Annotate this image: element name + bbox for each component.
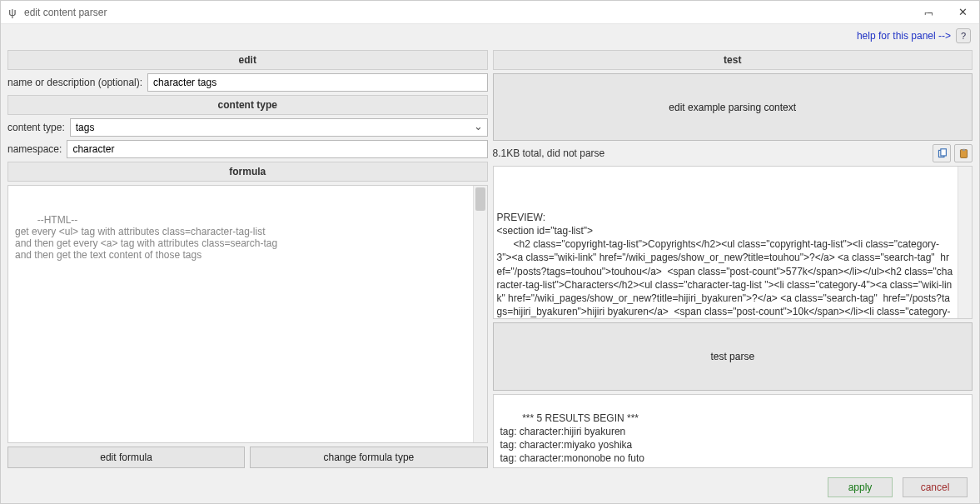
- help-icon[interactable]: ?: [956, 28, 971, 43]
- namespace-row: namespace:: [7, 140, 488, 158]
- formula-text: --HTML-- get every <ul> tag with attribu…: [15, 214, 277, 261]
- name-input[interactable]: [147, 73, 487, 92]
- edit-formula-button[interactable]: edit formula: [7, 447, 245, 468]
- window-buttons: ⌐¬ ✕: [916, 6, 974, 18]
- namespace-label: namespace:: [7, 143, 62, 155]
- content-type-select-wrap: tags: [70, 118, 488, 137]
- help-row: help for this panel --> ?: [1, 24, 979, 47]
- scrollbar-thumb[interactable]: [475, 187, 485, 211]
- edit-header: edit: [7, 50, 488, 70]
- titlebar: ψ edit content parser ⌐¬ ✕: [1, 1, 979, 24]
- right-panel: test edit example parsing context 8.1KB …: [493, 50, 973, 468]
- help-link[interactable]: help for this panel -->: [857, 30, 951, 42]
- window-title: edit content parser: [24, 7, 916, 18]
- app-icon: ψ: [6, 6, 19, 19]
- footer: apply cancel: [1, 472, 979, 503]
- apply-button[interactable]: apply: [828, 477, 893, 497]
- paste-icon[interactable]: [954, 144, 973, 162]
- content-type-row: content type: tags: [7, 118, 488, 137]
- formula-button-row: edit formula change formula type: [7, 447, 488, 468]
- preview-textarea[interactable]: PREVIEW: <section id="tag-list"> <h2 cla…: [493, 166, 973, 319]
- test-parse-button[interactable]: test parse: [493, 322, 973, 390]
- change-formula-type-button[interactable]: change formula type: [250, 447, 487, 468]
- results-text: *** 5 RESULTS BEGIN *** tag: character:h…: [500, 412, 661, 468]
- content-type-label: content type:: [7, 122, 65, 133]
- formula-header: formula: [7, 162, 488, 182]
- window: ψ edit content parser ⌐¬ ✕ help for this…: [0, 0, 980, 504]
- svg-rect-1: [940, 149, 946, 156]
- test-header: test: [493, 50, 973, 70]
- status-row: 8.1KB total, did not parse: [493, 144, 973, 162]
- content-type-select[interactable]: tags: [70, 118, 488, 137]
- results-textarea[interactable]: *** 5 RESULTS BEGIN *** tag: character:h…: [493, 394, 973, 468]
- cancel-button[interactable]: cancel: [903, 477, 968, 497]
- preview-text: PREVIEW: <section id="tag-list"> <h2 cla…: [497, 211, 966, 319]
- formula-textarea[interactable]: --HTML-- get every <ul> tag with attribu…: [7, 185, 488, 443]
- name-row: name or description (optional):: [7, 73, 488, 92]
- namespace-input[interactable]: [67, 140, 487, 158]
- body: edit name or description (optional): con…: [1, 47, 979, 472]
- status-text: 8.1KB total, did not parse: [493, 147, 930, 159]
- svg-rect-3: [962, 149, 964, 151]
- copy-icon[interactable]: [933, 144, 951, 162]
- name-label: name or description (optional):: [7, 77, 142, 88]
- content-type-header: content type: [7, 95, 488, 115]
- restore-icon[interactable]: ⌐¬: [916, 7, 939, 17]
- left-panel: edit name or description (optional): con…: [7, 50, 488, 468]
- close-icon[interactable]: ✕: [951, 6, 974, 18]
- edit-example-context-button[interactable]: edit example parsing context: [493, 73, 973, 141]
